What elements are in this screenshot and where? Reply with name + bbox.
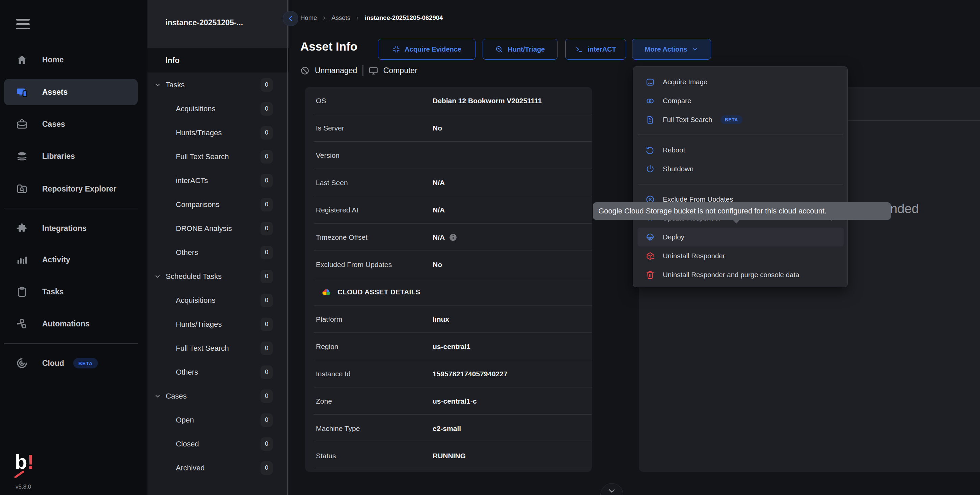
tree-item-tasks[interactable]: Tasks 0 bbox=[148, 73, 289, 97]
hard-drive-icon bbox=[646, 78, 655, 87]
row-value-text: N/A bbox=[433, 233, 445, 241]
sidebar-item-libraries[interactable]: Libraries bbox=[0, 145, 148, 167]
count-badge: 0 bbox=[261, 198, 273, 211]
right-panel-heading-fragment: nded bbox=[890, 201, 919, 216]
breadcrumb: Home Assets instance-20251205-062904 bbox=[300, 14, 443, 22]
tree-item-interacts[interactable]: interACTs 0 bbox=[148, 168, 289, 192]
menu-item-acquire-image[interactable]: Acquire Image bbox=[633, 73, 848, 91]
sidebar-item-repository-explorer[interactable]: Repository Explorer bbox=[0, 178, 148, 200]
breadcrumb-assets[interactable]: Assets bbox=[331, 14, 350, 22]
count-badge: 0 bbox=[261, 78, 273, 92]
menu-item-reboot[interactable]: Reboot bbox=[633, 141, 848, 160]
count-badge: 0 bbox=[261, 365, 273, 379]
tree-item-label: Others bbox=[176, 368, 198, 377]
workflow-icon bbox=[16, 318, 28, 330]
menu-item-shutdown[interactable]: Shutdown bbox=[633, 160, 848, 178]
row-label: Version bbox=[316, 151, 339, 160]
package-remove-icon bbox=[646, 252, 655, 261]
tree-item-scheduled-tasks[interactable]: Scheduled Tasks 0 bbox=[148, 264, 289, 288]
sidebar-item-cases[interactable]: Cases bbox=[0, 113, 148, 135]
sidebar-item-label: Assets bbox=[42, 88, 67, 97]
tree-item-label: DRONE Analysis bbox=[176, 224, 232, 233]
count-badge: 0 bbox=[261, 294, 273, 307]
sidebar-item-cloud[interactable]: Cloud BETA bbox=[0, 352, 148, 374]
tree-item-full-text-search[interactable]: Full Text Search 0 bbox=[148, 336, 289, 360]
tree-panel-scrollbar[interactable] bbox=[287, 0, 288, 495]
sidebar-item-integrations[interactable]: Integrations bbox=[0, 217, 148, 240]
collapse-panel-button[interactable] bbox=[283, 11, 298, 26]
table-row: Status RUNNING bbox=[305, 442, 592, 470]
row-value: N/A bbox=[433, 233, 457, 241]
row-label: Last Seen bbox=[316, 179, 348, 187]
row-value: No bbox=[433, 124, 442, 132]
hunt-triage-button[interactable]: Hunt/Triage bbox=[482, 39, 557, 60]
sidebar-divider bbox=[4, 208, 138, 208]
sidebar-item-label: Cases bbox=[42, 120, 65, 129]
menu-item-label: Reboot bbox=[663, 146, 685, 154]
count-badge: 0 bbox=[261, 150, 273, 163]
menu-item-full-text-search[interactable]: Full Text Search BETA bbox=[633, 110, 848, 129]
tree-item-full-text-search[interactable]: Full Text Search 0 bbox=[148, 144, 289, 168]
more-actions-button[interactable]: More Actions bbox=[632, 39, 711, 60]
power-icon bbox=[646, 165, 655, 174]
tree-item-archived[interactable]: Archived 0 bbox=[148, 456, 289, 480]
sidebar-item-tasks[interactable]: Tasks bbox=[0, 281, 148, 303]
menu-item-deploy[interactable]: Deploy bbox=[633, 228, 848, 246]
sidebar-item-assets[interactable]: Assets bbox=[0, 81, 148, 103]
tree-item-hunts-triages[interactable]: Hunts/Triages 0 bbox=[148, 312, 289, 336]
search-pulse-icon bbox=[495, 45, 503, 53]
tree-item-hunts-triages[interactable]: Hunts/Triages 0 bbox=[148, 121, 289, 144]
tree-item-cases[interactable]: Cases 0 bbox=[148, 384, 289, 408]
chevron-right-icon bbox=[355, 16, 360, 21]
acquire-evidence-button[interactable]: Acquire Evidence bbox=[378, 39, 476, 60]
count-badge: 0 bbox=[261, 174, 273, 187]
tree-item-label: Tasks bbox=[166, 81, 185, 89]
tree-item-drone-analysis[interactable]: DRONE Analysis 0 bbox=[148, 216, 289, 240]
tree-item-others[interactable]: Others 0 bbox=[148, 360, 289, 384]
row-value: RUNNING bbox=[433, 452, 466, 460]
tree-item-acquisitions[interactable]: Acquisitions 0 bbox=[148, 97, 289, 121]
tree-item-info[interactable]: Info bbox=[148, 48, 289, 73]
page-title: Asset Info bbox=[300, 40, 357, 53]
breadcrumb-home[interactable]: Home bbox=[300, 14, 317, 22]
sidebar-item-home[interactable]: Home bbox=[0, 49, 148, 71]
table-row: Platform linux bbox=[305, 306, 592, 333]
sidebar-item-label: Integrations bbox=[42, 224, 87, 233]
sidebar-item-automations[interactable]: Automations bbox=[0, 313, 148, 335]
count-badge: 0 bbox=[261, 246, 273, 259]
tree-panel-header: instance-20251205-... bbox=[148, 0, 289, 48]
sidebar-item-activity[interactable]: Activity bbox=[0, 249, 148, 271]
row-label: Instance Id bbox=[316, 370, 351, 378]
hamburger-menu-icon[interactable] bbox=[16, 18, 30, 30]
tooltip-arrow bbox=[732, 219, 740, 224]
tree-item-label: Open bbox=[176, 416, 194, 425]
info-icon[interactable] bbox=[449, 233, 457, 241]
tree-item-comparisons[interactable]: Comparisons 0 bbox=[148, 192, 289, 216]
button-label: Hunt/Triage bbox=[508, 46, 545, 53]
tree-item-others[interactable]: Others 0 bbox=[148, 240, 289, 264]
count-badge: 0 bbox=[261, 461, 273, 475]
tree-item-label: Comparisons bbox=[176, 200, 220, 209]
tree-item-label: Full Text Search bbox=[176, 152, 229, 161]
tree-item-label: Scheduled Tasks bbox=[166, 272, 222, 281]
app-version: v5.8.0 bbox=[16, 484, 31, 490]
tree-item-closed[interactable]: Closed 0 bbox=[148, 432, 289, 456]
row-label: Region bbox=[316, 343, 339, 351]
clipboard-icon bbox=[16, 286, 28, 297]
menu-item-compare[interactable]: Compare bbox=[633, 91, 848, 110]
chevron-down-icon bbox=[154, 393, 161, 400]
sidebar-divider bbox=[4, 343, 138, 344]
menu-divider bbox=[638, 135, 843, 135]
computer-monitor-icon bbox=[369, 66, 378, 75]
tree-item-acquisitions[interactable]: Acquisitions 0 bbox=[148, 288, 289, 312]
menu-item-uninstall-responder[interactable]: Uninstall Responder bbox=[633, 246, 848, 265]
interact-button[interactable]: interACT bbox=[565, 39, 626, 60]
tree-item-label: Others bbox=[176, 248, 198, 257]
tree-item-open[interactable]: Open 0 bbox=[148, 408, 289, 432]
primary-sidebar: Home Assets Cases Libraries Repository E… bbox=[0, 0, 148, 495]
count-badge: 0 bbox=[261, 126, 273, 140]
google-cloud-icon bbox=[321, 287, 332, 297]
tree-item-label: Closed bbox=[176, 440, 199, 449]
scroll-down-button[interactable] bbox=[600, 483, 623, 495]
menu-item-uninstall-purge[interactable]: Uninstall Responder and purge console da… bbox=[633, 265, 848, 284]
